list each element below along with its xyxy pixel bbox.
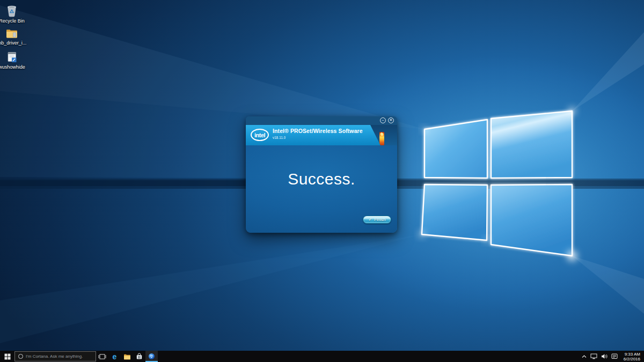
- taskbar-empty-area: [158, 351, 582, 362]
- desktop-icon-driver-folder[interactable]: mb_driver_i...: [0, 28, 27, 46]
- installer-dialog: – ✕ intel Intel® PROSet/Wireless Softwar…: [246, 116, 397, 233]
- minimize-button[interactable]: –: [380, 117, 386, 123]
- finish-button[interactable]: ✓ Finish: [363, 216, 391, 224]
- file-explorer-icon: [123, 353, 131, 360]
- diagnostic-tool-icon: [6, 51, 18, 63]
- header-notch: [370, 125, 397, 145]
- dialog-version: v18.11.0: [273, 136, 363, 139]
- cortana-search-box[interactable]: I'm Cortana. Ask me anything.: [14, 351, 96, 361]
- volume-icon[interactable]: [601, 353, 608, 359]
- chevron-up-icon[interactable]: [582, 355, 587, 358]
- cortana-ring-icon: [18, 354, 23, 359]
- desktop-icon-label: wushowhide: [0, 64, 27, 70]
- intel-logo-text: intel: [254, 132, 265, 138]
- action-center-icon[interactable]: [611, 353, 618, 359]
- clock-date: 6/2/2016: [624, 357, 640, 361]
- desktop-icon-label: mb_driver_i...: [0, 40, 27, 46]
- system-tray: 9:33 AM 6/2/2016: [582, 351, 644, 362]
- dialog-header: intel Intel® PROSet/Wireless Software v1…: [246, 125, 397, 145]
- windows-logo-icon: [4, 353, 11, 360]
- taskbar: I'm Cortana. Ask me anything. e: [0, 351, 644, 362]
- start-button[interactable]: [0, 351, 14, 362]
- dialog-titlebar[interactable]: – ✕: [246, 116, 397, 125]
- task-view-icon: [98, 353, 106, 360]
- taskbar-store-button[interactable]: [133, 351, 145, 362]
- edge-icon: e: [113, 353, 117, 360]
- network-icon[interactable]: [590, 353, 597, 359]
- taskbar-edge-button[interactable]: e: [108, 351, 121, 362]
- finish-button-label: Finish: [374, 217, 385, 222]
- dialog-title: Intel® PROSet/Wireless Software: [273, 128, 363, 134]
- taskbar-installer-button[interactable]: [145, 351, 158, 362]
- close-icon: ✕: [390, 118, 393, 122]
- dialog-body: Success. ✓ Finish: [246, 145, 397, 233]
- taskbar-clock[interactable]: 9:33 AM 6/2/2016: [621, 352, 642, 361]
- taskbar-explorer-button[interactable]: [121, 351, 133, 362]
- store-icon: [136, 353, 143, 360]
- dialog-header-text: Intel® PROSet/Wireless Software v18.11.0: [273, 128, 363, 139]
- intel-logo-icon: intel: [251, 129, 269, 141]
- checkmark-icon: ✓: [368, 217, 372, 222]
- desktop-icon-label: Recycle Bin: [0, 18, 27, 24]
- folder-icon: [5, 28, 18, 39]
- recycle-bin-icon: [6, 4, 18, 17]
- desktop-icon-recycle-bin[interactable]: Recycle Bin: [0, 4, 27, 24]
- desktop-screen: Recycle Bin mb_driver_i... wushowhide – …: [0, 0, 644, 362]
- minimize-icon: –: [382, 118, 384, 122]
- desktop-icon-wushowhide[interactable]: wushowhide: [0, 51, 27, 70]
- task-view-button[interactable]: [96, 351, 108, 362]
- close-button[interactable]: ✕: [388, 117, 394, 123]
- clock-time: 9:33 AM: [624, 352, 640, 357]
- install-flame-icon: [379, 132, 384, 145]
- intel-installer-icon: [148, 353, 155, 360]
- success-message: Success.: [246, 145, 397, 188]
- search-placeholder-text: I'm Cortana. Ask me anything.: [26, 354, 83, 359]
